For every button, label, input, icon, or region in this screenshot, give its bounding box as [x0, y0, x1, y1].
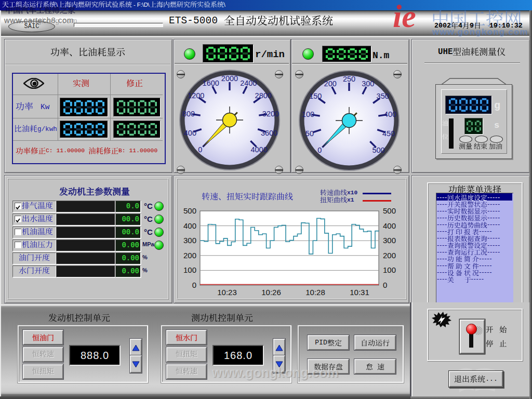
svg-text:400: 400: [383, 221, 396, 230]
svg-text:350: 350: [377, 92, 389, 100]
svg-text:1600: 1600: [203, 79, 219, 87]
svg-text:3200: 3200: [262, 110, 279, 118]
svg-text:200: 200: [324, 79, 337, 88]
svg-text:300: 300: [183, 236, 196, 245]
svg-text:4000: 4000: [250, 145, 267, 154]
svg-text:250: 250: [343, 75, 355, 83]
svg-text:100: 100: [183, 265, 196, 274]
svg-text:150: 150: [309, 92, 322, 100]
svg-text:200: 200: [183, 251, 196, 260]
svg-text:100: 100: [383, 265, 396, 274]
svg-text:3600: 3600: [261, 129, 277, 137]
svg-text:200: 200: [383, 251, 396, 260]
svg-text:500: 500: [183, 206, 196, 215]
svg-text:450: 450: [382, 129, 395, 138]
svg-text:10:26: 10:26: [261, 288, 281, 297]
svg-text:0: 0: [192, 281, 196, 289]
svg-text:300: 300: [362, 79, 374, 88]
svg-text:300: 300: [383, 236, 396, 245]
svg-text:50: 50: [305, 129, 314, 138]
svg-text:10:28: 10:28: [305, 288, 325, 297]
svg-text:0: 0: [198, 145, 202, 154]
svg-text:2400: 2400: [240, 79, 257, 87]
svg-text:2000: 2000: [221, 74, 238, 83]
svg-text:10:23: 10:23: [217, 288, 237, 297]
svg-text:400: 400: [184, 129, 196, 137]
svg-text:2800: 2800: [255, 91, 272, 100]
svg-text:0: 0: [317, 146, 322, 154]
svg-text:0: 0: [383, 281, 387, 289]
svg-text:800: 800: [182, 110, 195, 118]
svg-text:1200: 1200: [188, 91, 204, 100]
svg-text:100: 100: [302, 110, 314, 118]
svg-text:400: 400: [183, 221, 196, 230]
svg-text:500: 500: [383, 206, 396, 215]
svg-text:10:31: 10:31: [350, 288, 369, 297]
svg-text:500: 500: [372, 146, 384, 154]
svg-text:400: 400: [384, 110, 396, 118]
